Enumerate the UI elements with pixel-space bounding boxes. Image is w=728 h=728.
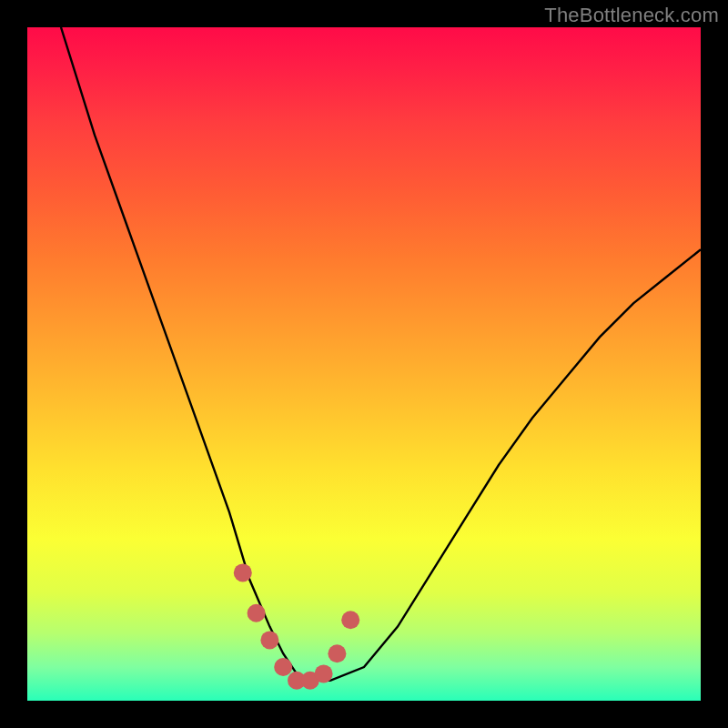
marker-dot xyxy=(315,664,333,682)
curve-layer xyxy=(27,27,701,701)
marker-dots xyxy=(234,563,359,689)
bottleneck-curve xyxy=(61,27,701,681)
marker-dot xyxy=(234,563,252,581)
marker-dot xyxy=(274,658,292,676)
marker-dot xyxy=(328,644,346,662)
plot-area xyxy=(27,27,701,701)
chart-frame: TheBottleneck.com xyxy=(0,0,728,728)
marker-dot xyxy=(260,631,278,649)
marker-dot xyxy=(341,611,359,629)
marker-dot xyxy=(248,604,266,622)
watermark-text: TheBottleneck.com xyxy=(544,4,719,27)
